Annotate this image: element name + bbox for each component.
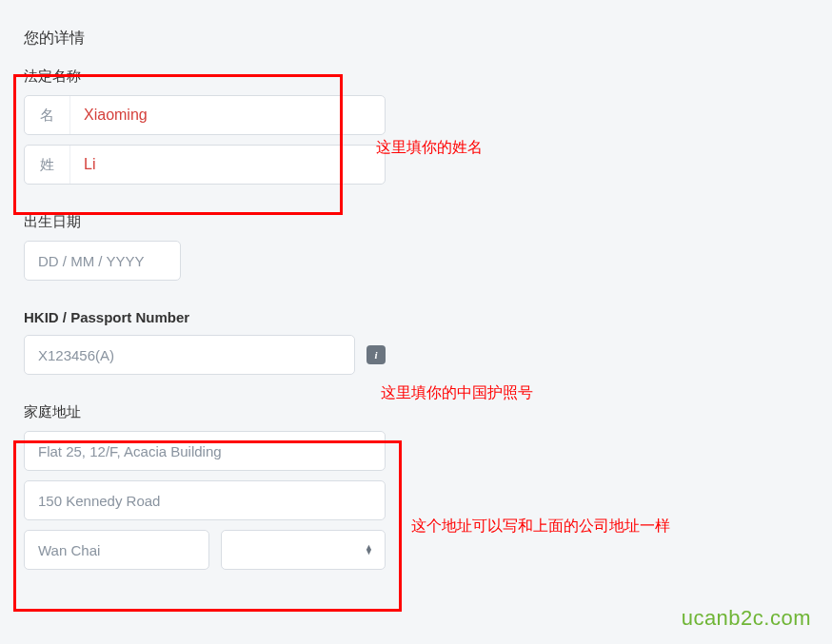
dob-input[interactable]: DD / MM / YYYY bbox=[24, 241, 181, 281]
form-area: 您的详情 法定名称 名 Xiaoming 姓 Li 出生日期 DD / MM /… bbox=[0, 0, 409, 627]
address-label: 家庭地址 bbox=[24, 403, 386, 421]
watermark: ucanb2c.com bbox=[682, 606, 811, 631]
dob-placeholder: DD / MM / YYYY bbox=[38, 253, 144, 269]
district-input[interactable]: Wan Chai bbox=[24, 530, 209, 570]
annotation-name: 这里填你的姓名 bbox=[376, 138, 483, 158]
family-name-input[interactable]: 姓 Li bbox=[24, 145, 386, 185]
hkid-row: X123456(A) i bbox=[24, 335, 386, 375]
info-icon[interactable]: i bbox=[366, 345, 386, 364]
page-title: 您的详情 bbox=[24, 29, 386, 49]
annotation-hkid: 这里填你的中国护照号 bbox=[381, 383, 533, 403]
address-line2-input[interactable]: 150 Kennedy Road bbox=[24, 480, 386, 520]
district-placeholder: Wan Chai bbox=[38, 542, 100, 558]
family-name-value: Li bbox=[70, 156, 385, 173]
legal-name-label: 法定名称 bbox=[24, 68, 386, 86]
region-select[interactable]: ▲▼ bbox=[221, 530, 386, 570]
address-line2-placeholder: 150 Kennedy Road bbox=[38, 493, 160, 509]
chevron-updown-icon: ▲▼ bbox=[365, 545, 373, 555]
given-name-input[interactable]: 名 Xiaoming bbox=[24, 95, 386, 135]
family-name-prefix: 姓 bbox=[25, 146, 70, 184]
legal-name-block: 法定名称 名 Xiaoming 姓 Li bbox=[24, 68, 386, 185]
address-block: 家庭地址 Flat 25, 12/F, Acacia Building 150 … bbox=[24, 403, 386, 570]
hkid-block: HKID / Passport Number X123456(A) i bbox=[24, 309, 386, 375]
given-name-value: Xiaoming bbox=[70, 107, 385, 124]
address-line1-input[interactable]: Flat 25, 12/F, Acacia Building bbox=[24, 431, 386, 471]
dob-label: 出生日期 bbox=[24, 213, 386, 231]
given-name-prefix: 名 bbox=[25, 96, 70, 134]
hkid-label: HKID / Passport Number bbox=[24, 309, 386, 325]
hkid-placeholder: X123456(A) bbox=[38, 347, 114, 363]
address-line1-placeholder: Flat 25, 12/F, Acacia Building bbox=[38, 443, 222, 459]
dob-block: 出生日期 DD / MM / YYYY bbox=[24, 213, 386, 281]
address-row3: Wan Chai ▲▼ bbox=[24, 530, 386, 570]
hkid-input[interactable]: X123456(A) bbox=[24, 335, 355, 375]
annotation-address: 这个地址可以写和上面的公司地址一样 bbox=[411, 517, 670, 537]
